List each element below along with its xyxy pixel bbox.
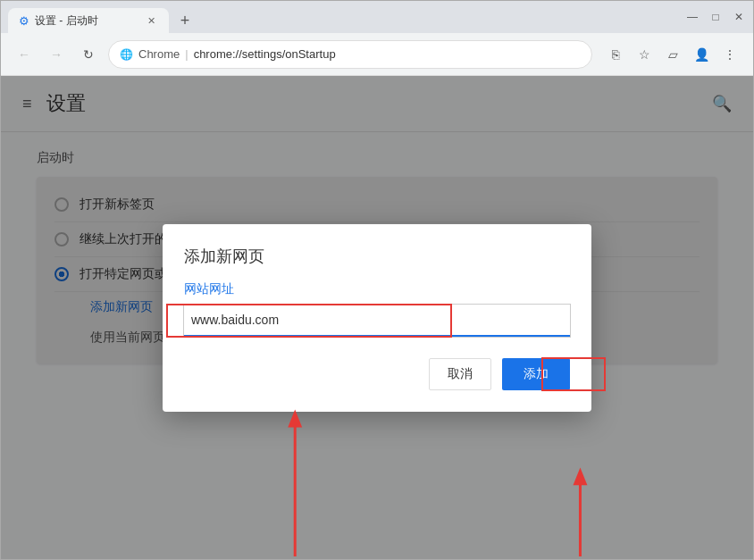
back-button[interactable]: ←: [12, 42, 37, 67]
menu-button[interactable]: ⋮: [717, 42, 742, 67]
url-text: chrome://settings/onStartup: [194, 47, 336, 61]
tab-close-button[interactable]: ✕: [144, 13, 158, 28]
new-tab-button[interactable]: +: [172, 8, 197, 33]
page-content: ≡ 设置 🔍 启动时 打开新标签页 继续上次打开的网页: [1, 76, 753, 559]
window-controls: — □ ✕: [685, 11, 746, 23]
refresh-button[interactable]: ↻: [76, 42, 101, 67]
share-button[interactable]: ⎘: [603, 42, 628, 67]
url-input-field[interactable]: [184, 305, 570, 337]
tab-title: 设置 - 启动时: [35, 13, 138, 29]
address-input[interactable]: 🌐 Chrome | chrome://settings/onStartup: [108, 40, 592, 69]
browser-window: ⚙ 设置 - 启动时 ✕ + — □ ✕ ← → ↻ 🌐 Chrome | ch…: [0, 0, 754, 560]
dialog-actions: 取消 添加: [184, 358, 570, 390]
add-page-dialog: 添加新网页 网站网址 取消 添加: [163, 224, 591, 412]
lock-icon: 🌐: [120, 48, 133, 61]
chrome-label: Chrome: [138, 47, 180, 61]
minimize-button[interactable]: —: [685, 11, 700, 23]
close-button[interactable]: ✕: [732, 11, 746, 23]
maximize-button[interactable]: □: [708, 11, 723, 23]
title-bar: ⚙ 设置 - 启动时 ✕ + — □ ✕: [1, 1, 753, 33]
settings-page: ≡ 设置 🔍 启动时 打开新标签页 继续上次打开的网页: [1, 76, 753, 559]
add-button[interactable]: 添加: [502, 358, 570, 390]
forward-button[interactable]: →: [44, 42, 69, 67]
bookmark-button[interactable]: ☆: [632, 42, 657, 67]
dialog-url-label: 网站网址: [184, 281, 570, 297]
dialog-input-wrapper: [184, 305, 570, 337]
split-button[interactable]: ▱: [660, 42, 685, 67]
address-bar: ← → ↻ 🌐 Chrome | chrome://settings/onSta…: [1, 33, 753, 76]
url-separator: |: [185, 47, 188, 61]
browser-tab[interactable]: ⚙ 设置 - 启动时 ✕: [8, 8, 169, 33]
modal-overlay[interactable]: 添加新网页 网站网址 取消 添加: [1, 76, 753, 559]
tab-icon: ⚙: [19, 14, 29, 28]
address-actions: ⎘ ☆ ▱ 👤 ⋮: [603, 42, 742, 67]
profile-button[interactable]: 👤: [689, 42, 714, 67]
cancel-button[interactable]: 取消: [429, 358, 491, 390]
dialog-title: 添加新网页: [184, 246, 570, 267]
